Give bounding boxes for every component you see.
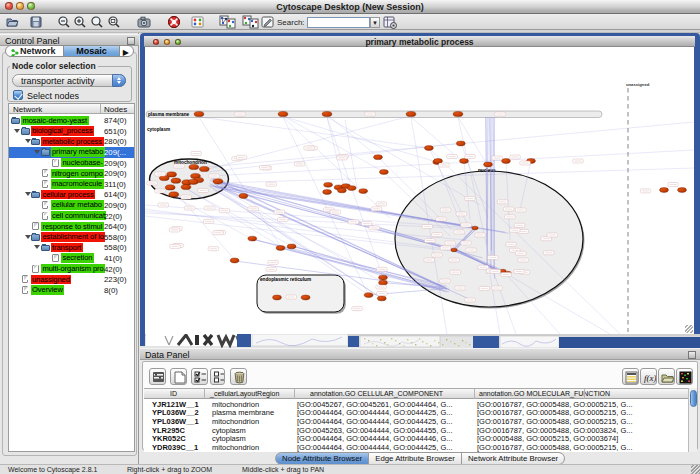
svg-text:plasma membrane: plasma membrane: [148, 112, 190, 117]
svg-text:cytoplasm: cytoplasm: [147, 127, 170, 132]
svg-text:endoplasmic reticulum: endoplasmic reticulum: [260, 277, 311, 282]
svg-text:f(x): f(x): [644, 373, 656, 383]
svg-text:unassigned: unassigned: [626, 82, 650, 87]
